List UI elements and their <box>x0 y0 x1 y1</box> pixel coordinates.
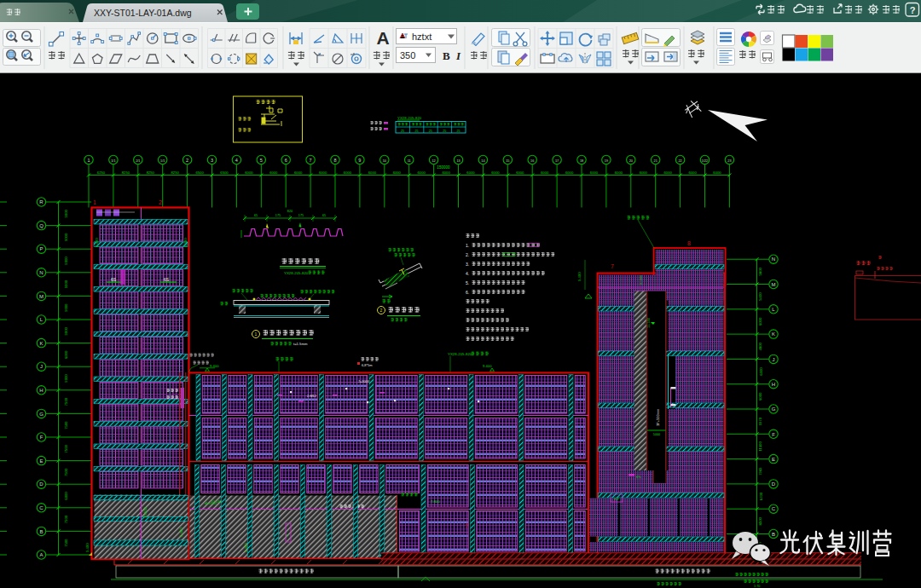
svg-text:9.400: 9.400 <box>95 238 99 247</box>
svg-text:5400: 5400 <box>759 292 763 301</box>
svg-text:9000: 9000 <box>64 209 68 217</box>
svg-text:25: 25 <box>457 130 460 133</box>
svg-text:2/1: 2/1 <box>136 159 140 163</box>
svg-text:6,8*5m: 6,8*5m <box>362 363 373 367</box>
svg-text:6.: 6. <box>466 290 469 295</box>
svg-text:6000: 6000 <box>615 170 623 175</box>
svg-text:B: B <box>39 529 43 534</box>
svg-text:9.400: 9.400 <box>85 543 90 552</box>
svg-text:25: 25 <box>443 130 446 133</box>
svg-text:6000: 6000 <box>664 170 673 175</box>
svg-text:1/22: 1/22 <box>702 159 708 163</box>
svg-text:H: H <box>772 382 775 387</box>
svg-text:H: H <box>39 388 43 393</box>
svg-text:1: 1 <box>93 199 96 205</box>
svg-text:XXY-ST01-LAY-01A.dwg: XXY-ST01-LAY-01A.dwg <box>94 8 192 18</box>
svg-text:YX28-205-820: YX28-205-820 <box>397 116 422 120</box>
svg-text:10.150: 10.150 <box>211 499 223 504</box>
svg-text:P: P <box>39 246 43 251</box>
svg-text:1/1: 1/1 <box>160 159 165 163</box>
svg-text:15: 15 <box>506 159 509 163</box>
svg-text:8: 8 <box>687 240 691 246</box>
svg-text:4800: 4800 <box>759 342 763 350</box>
svg-text:D: D <box>772 481 776 487</box>
svg-text:8: 8 <box>333 158 336 163</box>
svg-text:J: J <box>40 364 43 369</box>
svg-text:11300: 11300 <box>759 441 763 452</box>
svg-text:6000: 6000 <box>640 170 648 175</box>
svg-text:F: F <box>40 435 43 440</box>
svg-text:B: B <box>772 532 775 537</box>
svg-text:6000: 6000 <box>688 170 697 175</box>
svg-text:5000: 5000 <box>653 433 660 436</box>
svg-text:7500: 7500 <box>64 539 68 547</box>
svg-text:2: 2 <box>186 158 188 163</box>
svg-text:9: 9 <box>358 158 361 163</box>
svg-text:6000: 6000 <box>541 170 549 175</box>
svg-text:175: 175 <box>298 214 304 217</box>
svg-text:820: 820 <box>287 210 293 213</box>
svg-text:1: 1 <box>87 158 90 163</box>
svg-text:8500: 8500 <box>759 516 763 525</box>
svg-text:22: 22 <box>678 159 681 163</box>
svg-text:C: C <box>772 506 776 511</box>
svg-text:6%: 6% <box>636 475 641 479</box>
svg-text:9000: 9000 <box>64 374 68 383</box>
svg-text:6000: 6000 <box>491 170 500 175</box>
svg-text:hztxt: hztxt <box>412 32 432 42</box>
svg-text:6500: 6500 <box>195 170 204 175</box>
svg-text:13: 13 <box>456 159 460 163</box>
svg-text:6000: 6000 <box>319 170 327 175</box>
svg-text:N: N <box>772 257 775 262</box>
svg-text:8250: 8250 <box>122 170 130 175</box>
svg-text:9.400: 9.400 <box>577 272 582 281</box>
svg-text:11.140: 11.140 <box>646 317 651 328</box>
svg-text:7: 7 <box>465 522 469 530</box>
svg-text:20: 20 <box>629 159 633 163</box>
svg-text:1/1: 1/1 <box>111 159 115 163</box>
svg-text:9.400: 9.400 <box>179 527 183 537</box>
svg-text:7965: 7965 <box>759 467 763 476</box>
svg-text:6S: 6S <box>111 277 117 282</box>
svg-text:65: 65 <box>254 214 258 217</box>
svg-text:K: K <box>772 331 775 337</box>
svg-text:10.440: 10.440 <box>639 274 643 285</box>
svg-text:2: 2 <box>380 308 383 313</box>
svg-text:6000: 6000 <box>64 350 68 359</box>
svg-text:YX28-205-820: YX28-205-820 <box>448 352 472 356</box>
svg-text:9000: 9000 <box>64 326 68 335</box>
svg-text:150000: 150000 <box>437 165 450 170</box>
svg-text:7: 7 <box>310 158 312 163</box>
svg-text:17: 17 <box>555 159 559 163</box>
svg-text:19: 19 <box>605 159 608 163</box>
svg-text:6700: 6700 <box>759 492 763 500</box>
svg-text:7500: 7500 <box>64 397 68 406</box>
svg-text:8250: 8250 <box>171 170 180 175</box>
svg-text:x: x <box>318 51 321 56</box>
svg-text:A: A <box>376 28 389 48</box>
svg-text:5.: 5. <box>466 280 469 285</box>
svg-text:C: C <box>39 505 43 510</box>
svg-text:2.: 2. <box>466 252 469 257</box>
svg-text:7.800: 7.800 <box>431 499 440 504</box>
svg-text:7500: 7500 <box>64 515 68 523</box>
svg-text:6000: 6000 <box>64 492 68 500</box>
svg-text:9.400: 9.400 <box>483 364 492 368</box>
svg-text:3.: 3. <box>466 262 469 267</box>
svg-text:21: 21 <box>654 159 657 163</box>
svg-text:6500: 6500 <box>220 170 229 175</box>
svg-text:23: 23 <box>727 159 731 163</box>
svg-text:D: D <box>39 481 43 487</box>
svg-text:7: 7 <box>611 263 614 269</box>
svg-text:6000: 6000 <box>759 392 763 401</box>
svg-text:?: ? <box>910 5 916 15</box>
svg-text:2: 2 <box>159 199 162 205</box>
svg-text:1:70: 1:70 <box>754 585 760 588</box>
svg-text:6000: 6000 <box>418 170 426 175</box>
svg-text:R: R <box>39 199 43 205</box>
svg-text:6000: 6000 <box>713 170 721 175</box>
svg-text:4.: 4. <box>466 271 469 276</box>
svg-text:M: M <box>772 282 776 287</box>
svg-text:6000: 6000 <box>590 170 599 175</box>
svg-text:4: 4 <box>235 158 238 163</box>
